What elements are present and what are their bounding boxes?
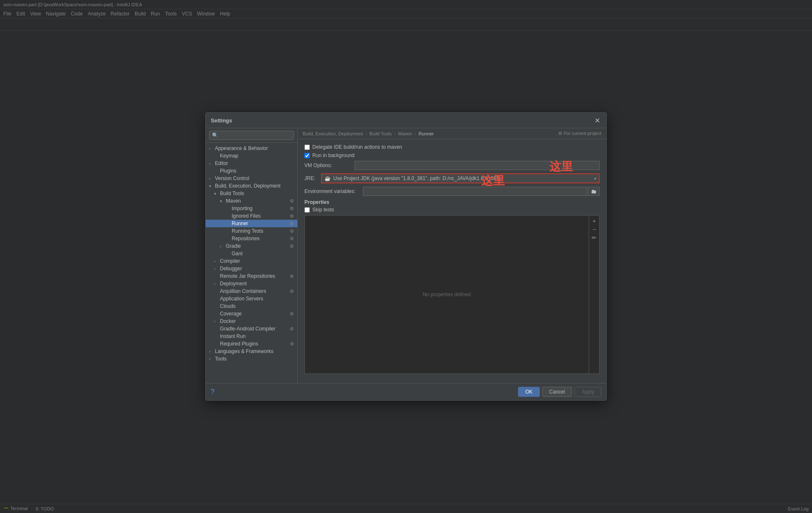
background-label: Run in background [312,152,355,158]
tree-item-plugins[interactable]: Plugins [206,167,297,175]
badge-icon: ⚙ [290,311,294,317]
badge-icon: ⚙ [290,198,294,204]
project-note: ⚙ For current project [558,131,601,136]
tree-label: Tools [215,356,227,362]
tree-item-gradle[interactable]: › Gradle ⚙ [206,242,297,250]
tree-item-importing[interactable]: Importing ⚙ [206,205,297,212]
tree-item-maven[interactable]: ▾ Maven ⚙ [206,197,297,205]
arrow-icon: › [209,349,215,354]
tree-item-docker[interactable]: › Docker [206,317,297,325]
background-checkbox[interactable] [304,153,310,158]
tree-item-repositories[interactable]: Repositories ⚙ [206,235,297,242]
tree-item-ignored-files[interactable]: Ignored Files ⚙ [206,212,297,220]
tree-item-version-control[interactable]: › Version Control [206,175,297,182]
badge-icon: ⚙ [290,236,294,241]
tree-item-appearance[interactable]: › Appearance & Behavior [206,145,297,152]
tree-label: Keymap [220,153,238,159]
tree-item-instant-run[interactable]: Instant Run [206,333,297,340]
arrow-icon: ▾ [214,191,220,196]
tree-label: Remote Jar Repositories [220,273,275,279]
properties-section-title: Properties [304,199,600,205]
skip-tests-checkbox[interactable] [304,207,310,213]
help-button[interactable]: ? [211,388,214,396]
badge-icon: ⚙ [290,289,294,294]
tree-label: Required Plugins [220,341,258,347]
properties-container: No properties defined + − ✏ [304,215,600,374]
tree-label: Arquillian Containers [220,288,266,294]
properties-toolbar: + − ✏ [589,216,599,373]
tree-label: Application Servers [220,296,263,302]
bc-separator: › [365,131,367,136]
vm-options-input[interactable] [355,161,600,170]
tree-item-app-servers[interactable]: Application Servers [206,295,297,302]
tree-item-required-plugins[interactable]: Required Plugins ⚙ [206,340,297,348]
vm-options-row: VM Options: [304,161,600,170]
badge-icon: ⚙ [290,221,294,226]
no-properties-text: No properties defined [423,292,471,297]
tree-item-remote-jar[interactable]: Remote Jar Repositories ⚙ [206,272,297,280]
right-panel: Build, Execution, Deployment › Build Too… [298,128,606,383]
tree-item-keymap[interactable]: Keymap [206,152,297,160]
badge-icon: ⚙ [290,244,294,249]
tree-item-languages[interactable]: › Languages & Frameworks [206,348,297,355]
arrow-icon: › [214,282,220,286]
tree-item-arquillian[interactable]: Arquillian Containers ⚙ [206,287,297,295]
settings-search-input[interactable] [209,131,294,140]
background-checkbox-row: Run in background [304,152,600,158]
arrow-icon: › [214,319,220,324]
delegate-label: Delegate IDE build/run actions to maven [312,144,402,150]
tree-item-editor[interactable]: › Editor [206,160,297,167]
delegate-checkbox[interactable] [304,145,310,150]
arrow-icon: › [220,244,226,249]
dialog-footer: ? OK Cancel Apply [206,383,606,400]
close-button[interactable]: ✕ [593,116,601,124]
dialog-title: Settings [211,117,232,124]
skip-tests-row: Skip tests [304,207,600,213]
tree-item-clouds[interactable]: Clouds [206,302,297,310]
tree-item-gradle-android[interactable]: Gradle-Android Compiler ⚙ [206,325,297,333]
tree-item-deployment[interactable]: › Deployment [206,280,297,287]
edit-property-button[interactable]: ✏ [590,234,598,241]
jre-select[interactable]: ☕ Use Project JDK (java version "1.8.0_3… [321,173,600,183]
arrow-icon: › [214,267,220,271]
env-input[interactable] [363,187,587,196]
apply-button[interactable]: Apply [575,387,601,397]
tree-label: Editor [215,160,228,166]
tree-item-runner[interactable]: Runner ⚙ [206,220,297,227]
arrow-icon: ▾ [209,184,215,188]
tree-item-debugger[interactable]: › Debugger [206,265,297,272]
breadcrumb: Build, Execution, Deployment › Build Too… [303,131,434,136]
tree-item-running-tests[interactable]: Running Tests ⚙ [206,227,297,235]
env-browse-button[interactable]: 🖿 [588,187,600,196]
dropdown-arrow-icon: ▾ [594,176,596,181]
add-property-button[interactable]: + [590,217,598,225]
tree-label: Clouds [220,303,235,309]
tree-label: Debugger [220,266,242,272]
bc-part3: Maven [398,131,412,136]
tree-item-compiler[interactable]: › Compiler [206,257,297,265]
tree-label: Appearance & Behavior [215,145,268,151]
badge-icon: ⚙ [290,326,294,332]
tree-label: Coverage [220,311,242,317]
tree-area[interactable]: › Appearance & Behavior Keymap › Editor [206,143,297,383]
bc-separator: › [394,131,396,136]
tree-item-build-tools[interactable]: ▾ Build Tools [206,190,297,197]
tree-label: Version Control [215,175,249,181]
tree-item-coverage[interactable]: Coverage ⚙ [206,310,297,317]
tree-label: Compiler [220,258,240,264]
badge-icon: ⚙ [290,206,294,211]
bc-part2: Build Tools [369,131,391,136]
remove-property-button[interactable]: − [590,226,598,233]
dialog-overlay: 这里 Settings ✕ › [0,0,812,513]
cancel-button[interactable]: Cancel [542,387,572,397]
properties-content: No properties defined [305,216,589,373]
tree-item-tools[interactable]: › Tools [206,355,297,363]
ok-button[interactable]: OK [518,387,539,397]
tree-item-gant[interactable]: Gant [206,250,297,257]
env-row: Environment variables: 🖿 [304,187,600,196]
tree-label: Gradle [226,243,241,249]
tree-label: Deployment [220,281,247,287]
badge-icon: ⚙ [290,274,294,279]
tree-label: Gant [232,251,243,256]
tree-item-build-execution[interactable]: ▾ Build, Execution, Deployment [206,182,297,190]
